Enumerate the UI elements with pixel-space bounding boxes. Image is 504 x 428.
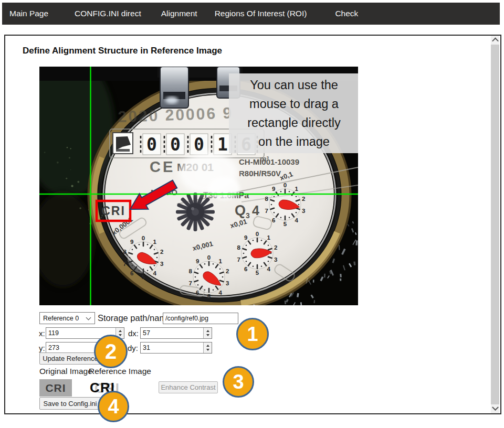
svg-text:2: 2 (226, 268, 229, 274)
svg-text:9: 9 (244, 234, 247, 241)
update-reference-button[interactable]: Update Reference (39, 352, 101, 365)
svg-text:3: 3 (226, 280, 229, 286)
svg-text:2: 2 (274, 244, 277, 251)
step-annotation-4: 4 (98, 391, 129, 422)
vertical-scrollbar[interactable] (491, 36, 499, 413)
storage-path-input[interactable] (163, 313, 238, 324)
svg-text:5: 5 (284, 221, 287, 227)
svg-text:0: 0 (207, 254, 211, 261)
svg-text:0: 0 (194, 134, 204, 155)
spin-down-icon[interactable] (206, 334, 209, 336)
svg-text:5: 5 (142, 274, 145, 280)
nav-item-roi[interactable]: Regions Of Interest (ROI) (215, 9, 307, 18)
svg-text:3: 3 (302, 208, 305, 214)
drag-hint-line: rectangle directly (247, 113, 341, 132)
svg-text:3: 3 (246, 211, 250, 220)
svg-text:8: 8 (237, 244, 241, 251)
svg-text:6: 6 (196, 290, 199, 296)
svg-text:0: 0 (146, 134, 157, 155)
dy-input[interactable] (141, 343, 203, 353)
svg-text:9: 9 (196, 258, 199, 264)
svg-text:1: 1 (295, 186, 299, 192)
svg-text:4: 4 (219, 290, 223, 296)
spin-up-icon[interactable] (206, 345, 209, 347)
svg-text:3: 3 (160, 261, 163, 267)
svg-text:1: 1 (153, 239, 157, 245)
step-annotation-1: 1 (236, 318, 269, 350)
x-label: x: (39, 328, 45, 339)
svg-text:7: 7 (189, 280, 192, 286)
chrome-clip-left (160, 67, 188, 108)
svg-text:6: 6 (244, 266, 247, 272)
svg-text:8: 8 (123, 249, 127, 255)
page-title: Define Alignment Structure in Reference … (23, 46, 222, 56)
svg-text:4: 4 (153, 270, 157, 276)
svg-text:6: 6 (272, 217, 275, 223)
svg-text:7: 7 (237, 256, 240, 263)
svg-text:0: 0 (284, 182, 287, 188)
svg-text:3: 3 (274, 256, 277, 263)
spin-up-icon[interactable] (119, 330, 122, 332)
original-image-label: Original Image (39, 367, 92, 376)
meter-gear-wheel (176, 192, 215, 231)
scrollbar-down-button[interactable] (491, 404, 499, 413)
chevron-down-icon (86, 315, 91, 320)
svg-text:5: 5 (207, 293, 211, 299)
svg-text:1: 1 (219, 258, 223, 264)
dx-label: dx: (128, 328, 139, 339)
svg-text:1: 1 (217, 134, 228, 155)
scroll-down-icon (492, 404, 499, 411)
svg-text:2: 2 (302, 196, 305, 202)
original-image-thumbnail: CRI (39, 379, 72, 397)
svg-text:8: 8 (265, 196, 269, 202)
dx-spin-buttons[interactable] (203, 328, 212, 338)
drag-hint-line: on the image (258, 132, 330, 151)
drag-hint-line: mouse to drag a (249, 94, 339, 113)
drag-hint-line: You can use the (250, 76, 338, 94)
svg-text:0: 0 (256, 231, 259, 237)
svg-text:Q: Q (235, 202, 246, 218)
dx-stepper (140, 327, 212, 339)
reference-meter-image[interactable]: 2020 20006 9 0 0 0 1 (39, 67, 358, 305)
reference-area-text: CRI (101, 204, 125, 218)
svg-text:0: 0 (170, 134, 181, 155)
svg-text:9: 9 (130, 239, 133, 245)
nav-item-main-page[interactable]: Main Page (9, 9, 48, 18)
scroll-up-icon (492, 38, 499, 45)
spin-up-icon[interactable] (206, 330, 209, 332)
svg-text:7: 7 (123, 261, 127, 267)
svg-text:5: 5 (256, 270, 259, 276)
spin-down-icon[interactable] (206, 349, 209, 351)
svg-text:6: 6 (130, 270, 133, 276)
dx-input[interactable] (141, 328, 203, 338)
svg-text:0: 0 (142, 235, 145, 241)
svg-text:8: 8 (189, 268, 193, 274)
meter-ratio-code: R80H/R50V (239, 169, 281, 178)
spin-down-icon[interactable] (119, 334, 122, 336)
svg-text:2: 2 (160, 249, 163, 255)
enhance-contrast-button[interactable]: Enhance Contrast (159, 381, 218, 393)
reference-image-label: Reference Image (89, 367, 151, 376)
step-annotation-3: 3 (223, 366, 254, 398)
nav-item-config-ini[interactable]: CONFIG.INI direct (75, 9, 141, 18)
step-annotation-2: 2 (94, 335, 128, 368)
meter-model-number: CH-MI001-10039 (239, 157, 299, 166)
svg-text:9: 9 (272, 186, 275, 192)
svg-text:7: 7 (265, 208, 268, 214)
drag-hint-overlay: You can use the mouse to drag a rectangl… (229, 73, 358, 153)
reference-select[interactable]: Reference 0 (39, 312, 95, 324)
nav-item-alignment[interactable]: Alignment (161, 9, 197, 18)
svg-text:4: 4 (267, 266, 271, 272)
svg-text:4: 4 (295, 217, 299, 223)
dy-stepper (140, 342, 212, 354)
svg-text:1: 1 (267, 234, 271, 241)
save-to-config-button[interactable]: Save to Config.ini (39, 397, 101, 410)
meter-ce-mark: CE (150, 158, 175, 175)
svg-text:4: 4 (252, 203, 259, 218)
alignment-page: Main Page CONFIG.INI direct Alignment Re… (0, 0, 504, 428)
reference-select-value: Reference 0 (40, 315, 87, 322)
dy-label: dy: (128, 343, 138, 354)
dy-spin-buttons[interactable] (203, 343, 212, 353)
scrollbar-up-button[interactable] (491, 36, 499, 45)
nav-item-check[interactable]: Check (335, 9, 358, 18)
